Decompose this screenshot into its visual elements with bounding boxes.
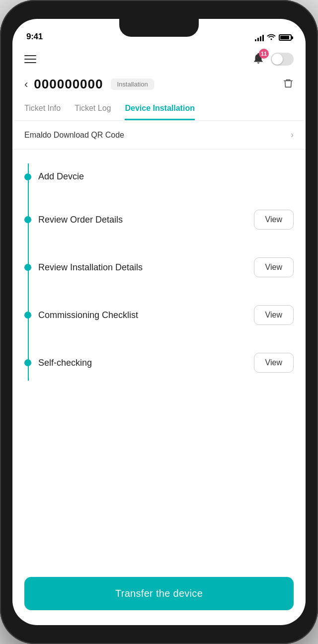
timeline-dot bbox=[24, 312, 31, 319]
chevron-right-icon: › bbox=[291, 130, 294, 140]
timeline-content: Add Devcie Review Order Details View Rev… bbox=[12, 150, 306, 569]
notification-badge: 11 bbox=[259, 49, 269, 59]
notch bbox=[119, 19, 199, 37]
tabs: Ticket Info Ticket Log Device Installati… bbox=[12, 98, 306, 121]
timeline-dot bbox=[24, 173, 31, 180]
hamburger-menu-icon[interactable] bbox=[24, 55, 36, 63]
bottom-area: Transfer the device bbox=[12, 569, 306, 625]
ticket-status-badge: Installation bbox=[111, 79, 154, 90]
phone-frame: 9:41 bbox=[0, 0, 318, 644]
nav-center: 11 bbox=[252, 52, 294, 67]
qr-code-label: Emaldo Download QR Code bbox=[24, 131, 124, 140]
review-order-label: Review Order Details bbox=[38, 215, 123, 225]
battery-icon bbox=[279, 34, 292, 41]
back-button[interactable]: ‹ bbox=[24, 78, 28, 91]
toggle-switch[interactable] bbox=[271, 53, 294, 66]
status-icons bbox=[255, 33, 292, 42]
ticket-header: ‹ 000000000 Installation bbox=[12, 73, 306, 98]
tab-ticket-info[interactable]: Ticket Info bbox=[24, 98, 61, 120]
transfer-device-button[interactable]: Transfer the device bbox=[24, 577, 294, 610]
timeline-line bbox=[28, 163, 29, 381]
self-checking-label: Self-checking bbox=[38, 358, 92, 368]
review-installation-label: Review Installation Details bbox=[38, 262, 143, 273]
timeline-dot bbox=[24, 216, 31, 223]
timeline-wrapper: Add Devcie Review Order Details View Rev… bbox=[24, 158, 294, 387]
ticket-number: 000000000 bbox=[34, 77, 103, 92]
timeline-item-add-device: Add Devcie bbox=[38, 158, 294, 196]
self-checking-view-button[interactable]: View bbox=[254, 353, 294, 373]
phone-screen: 9:41 bbox=[12, 19, 306, 625]
tab-ticket-log[interactable]: Ticket Log bbox=[75, 98, 111, 120]
timeline-item-self-checking: Self-checking View bbox=[38, 339, 294, 387]
commissioning-view-button[interactable]: View bbox=[254, 305, 294, 325]
review-order-view-button[interactable]: View bbox=[254, 210, 294, 230]
timeline-item-review-order: Review Order Details View bbox=[38, 196, 294, 243]
tab-device-installation[interactable]: Device Installation bbox=[125, 98, 195, 120]
commissioning-label: Commissioning Checklist bbox=[38, 310, 138, 321]
delete-button[interactable] bbox=[283, 78, 294, 91]
wifi-icon bbox=[267, 33, 276, 42]
signal-bars-icon bbox=[255, 34, 264, 41]
review-installation-view-button[interactable]: View bbox=[254, 257, 294, 277]
add-device-label: Add Devcie bbox=[38, 171, 84, 182]
status-time: 9:41 bbox=[26, 32, 43, 42]
timeline-item-review-installation: Review Installation Details View bbox=[38, 243, 294, 291]
timeline-dot bbox=[24, 264, 31, 271]
qr-code-row[interactable]: Emaldo Download QR Code › bbox=[12, 121, 306, 150]
timeline-dot bbox=[24, 359, 31, 366]
notification-bell[interactable]: 11 bbox=[252, 52, 265, 67]
top-nav: 11 bbox=[12, 46, 306, 73]
timeline-item-commissioning: Commissioning Checklist View bbox=[38, 291, 294, 339]
